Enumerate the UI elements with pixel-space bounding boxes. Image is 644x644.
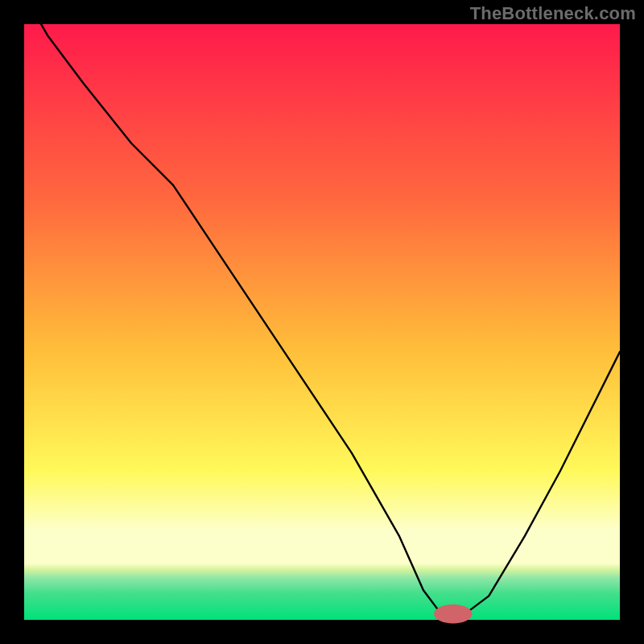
plot-background-gradient — [24, 24, 620, 620]
bottleneck-line-chart — [0, 0, 644, 644]
optimal-point-marker — [434, 605, 472, 624]
chart-container: TheBottleneck.com — [0, 0, 644, 644]
attribution-watermark: TheBottleneck.com — [470, 3, 636, 24]
